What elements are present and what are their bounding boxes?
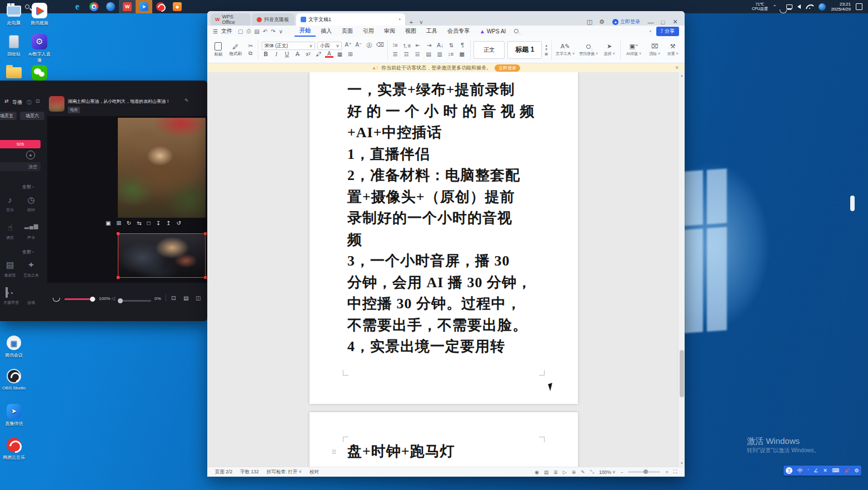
- material-library-icon[interactable]: ▤: [3, 260, 17, 270]
- video-source-1[interactable]: [118, 118, 206, 218]
- desktop-icon-netease-music[interactable]: 网易云音乐: [1, 437, 27, 461]
- document-area[interactable]: 一，实景+绿布+提前录制 好 的 一 个 小 时 的 音 视 频 +AI+中控插…: [207, 72, 685, 467]
- scroll-down-arrow[interactable]: ▼: [680, 462, 684, 465]
- alarm-icon[interactable]: ◷: [24, 195, 38, 205]
- all-link-2[interactable]: 全部 ›: [22, 249, 34, 255]
- show-marks-icon[interactable]: ¶: [458, 42, 467, 50]
- settings-gear-icon[interactable]: ⚙: [596, 18, 608, 26]
- video-source-2-selected[interactable]: [118, 233, 206, 278]
- char-shading-icon[interactable]: ▦: [336, 51, 344, 58]
- soundcard-icon[interactable]: ▂▄▆: [24, 223, 38, 229]
- login-entry[interactable]: ● 立即登录: [612, 18, 640, 26]
- switch-mode-icon[interactable]: ⇄: [4, 98, 9, 104]
- paragraph-drag-handle[interactable]: ⠿: [332, 449, 336, 456]
- tab-wps-home[interactable]: W WPS Office: [211, 13, 251, 26]
- music-icon[interactable]: ♪: [3, 195, 17, 204]
- director-mode-label[interactable]: 导播: [12, 99, 22, 106]
- style-more-icon[interactable]: ▦: [545, 52, 548, 56]
- menu-tab-review[interactable]: 审阅: [379, 26, 400, 37]
- scene-item-active[interactable]: 926: [0, 140, 41, 148]
- share-button[interactable]: ⤴分享: [656, 27, 680, 36]
- ime-toolbar[interactable]: 王 中 ’ ∠ ✕ ⌨ 🖌 ⚙: [784, 466, 861, 476]
- numbering-icon[interactable]: ⒈≡: [402, 42, 411, 50]
- taskbar-browser-icon[interactable]: [102, 0, 119, 13]
- desktop-icon-ai-live[interactable]: ⚙ AI数字人直播: [27, 33, 52, 63]
- zoom-value[interactable]: 100% ˅: [599, 469, 615, 475]
- edit-title-icon[interactable]: ✎: [184, 98, 189, 103]
- status-proofread[interactable]: 校对: [310, 469, 319, 476]
- style-down-icon[interactable]: ▼: [545, 48, 548, 51]
- canvas-toolbar[interactable]: ▣⊞↻⇆□↧↥↺: [106, 220, 187, 226]
- zoom-slider-knob[interactable]: [643, 469, 648, 474]
- justify-icon[interactable]: ▤: [425, 51, 433, 57]
- ime-keyboard-icon[interactable]: ⌨: [832, 468, 840, 473]
- minimize-button[interactable]: —: [645, 19, 657, 26]
- annotate-pen-icon[interactable]: ✎: [581, 469, 585, 475]
- tab-doc-active[interactable]: 文字文稿1 •: [296, 13, 405, 26]
- tab-doc-pdf[interactable]: 抖音克隆板: [252, 13, 295, 26]
- new-tab-button[interactable]: +: [405, 19, 417, 26]
- line-spacing-icon[interactable]: ↕≡: [447, 51, 455, 57]
- maximize-button[interactable]: □: [657, 19, 669, 26]
- tray-expand-chevron[interactable]: ⌃: [773, 4, 777, 9]
- outdent-icon[interactable]: ⇤: [414, 42, 422, 50]
- commerce-icon[interactable]: [6, 287, 19, 297]
- text-direction-icon[interactable]: A↓: [436, 42, 445, 50]
- clean-button[interactable]: ⌧清除 ˅: [647, 43, 662, 57]
- mic-volume-slider[interactable]: [64, 298, 96, 300]
- ime-error-icon[interactable]: ✕: [823, 468, 827, 473]
- align-center-icon[interactable]: ☲: [402, 51, 411, 57]
- shrink-font-icon[interactable]: A⁻: [355, 42, 363, 50]
- menu-tab-insert[interactable]: 插入: [316, 26, 337, 37]
- menu-tab-view[interactable]: 视图: [400, 26, 421, 37]
- indent-icon[interactable]: ⇥: [425, 42, 433, 50]
- italic-icon[interactable]: I: [272, 51, 281, 58]
- tray-clock[interactable]: 23:21 2025/4/29: [831, 2, 851, 12]
- close-button[interactable]: ✕: [669, 18, 681, 26]
- cpu-temp-widget[interactable]: 71℃ CPU温度: [752, 2, 768, 11]
- cut-icon[interactable]: ✂: [246, 43, 255, 49]
- more-chevron-icon[interactable]: ∨: [279, 28, 283, 34]
- monitor-volume-slider[interactable]: [119, 300, 151, 302]
- hamburger-icon[interactable]: ☰: [213, 28, 218, 34]
- menu-file[interactable]: 文件: [221, 27, 232, 35]
- menu-tab-reference[interactable]: 引用: [358, 26, 379, 37]
- undo-icon[interactable]: ↶: [263, 28, 267, 34]
- bold-icon[interactable]: B: [262, 51, 270, 58]
- strikethrough-icon[interactable]: A: [293, 51, 302, 58]
- menu-tab-member[interactable]: 会员专享: [442, 26, 475, 37]
- print-icon[interactable]: ⎙: [246, 28, 251, 34]
- ime-mode-label[interactable]: 中: [797, 467, 802, 474]
- desktop-icon-this-pc[interactable]: 此电脑: [1, 2, 27, 26]
- menu-tab-wps-ai[interactable]: ▲ WPS AI: [475, 26, 511, 37]
- shading-icon[interactable]: ▩: [458, 51, 466, 57]
- zoom-slider[interactable]: [628, 471, 660, 473]
- bullets-icon[interactable]: ⁝≡: [391, 42, 400, 50]
- taskbar-netease-music-icon[interactable]: [152, 0, 169, 13]
- copy-icon[interactable]: ⧉: [246, 50, 255, 57]
- paste-group[interactable]: 粘贴: [212, 38, 225, 62]
- align-right-icon[interactable]: ☱: [413, 51, 422, 57]
- status-words[interactable]: 字数 132: [240, 469, 259, 476]
- desktop-icon-live-companion[interactable]: ➤ 直播伴侣: [1, 403, 27, 427]
- warning-close-icon[interactable]: ✕: [675, 65, 679, 71]
- scroll-up-arrow[interactable]: ▲: [680, 74, 684, 77]
- page-view-icon[interactable]: ▤: [544, 469, 549, 475]
- scrollbar-thumb[interactable]: [680, 350, 684, 397]
- record-target-button[interactable]: ●: [26, 151, 35, 159]
- font-color-icon[interactable]: A: [325, 51, 333, 58]
- play-view-icon[interactable]: ▷: [563, 469, 567, 475]
- taskbar-chrome-icon[interactable]: [86, 0, 102, 13]
- live-cover-thumbnail[interactable]: [49, 96, 64, 112]
- tab-list-chevron[interactable]: ˅: [417, 19, 425, 26]
- style-up-icon[interactable]: ▲: [545, 44, 548, 47]
- screen-edge-handle[interactable]: [850, 196, 855, 211]
- scene-tab-6[interactable]: 场景六: [20, 112, 44, 120]
- ime-pen-icon[interactable]: ∠: [814, 468, 818, 473]
- outline-view-icon[interactable]: ≣: [553, 469, 558, 475]
- save-icon[interactable]: ▢: [238, 28, 243, 34]
- fullscreen-icon[interactable]: ⛶: [674, 469, 677, 475]
- export-icon[interactable]: ▤: [254, 28, 259, 34]
- ime-punct-icon[interactable]: ’: [807, 468, 809, 473]
- display-capture-icon[interactable]: ▤: [183, 295, 188, 301]
